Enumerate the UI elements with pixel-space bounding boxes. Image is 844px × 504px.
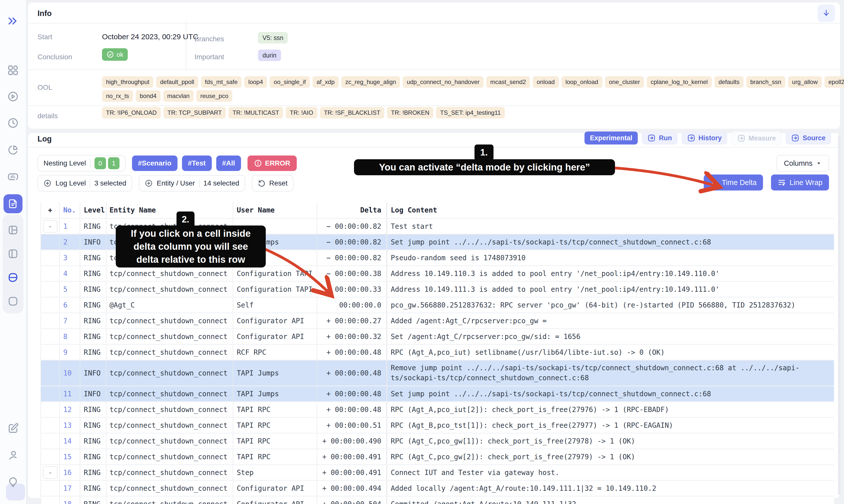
level-cell: RING: [80, 481, 106, 496]
table-row[interactable]: 5RINGtcp/connect_shutdown_connectConfigu…: [40, 282, 834, 298]
line-wrap-button[interactable]: Line Wrap: [771, 175, 829, 191]
delta-cell[interactable]: − 00:00:00.82: [317, 250, 387, 265]
collapse-row-button[interactable]: -: [43, 220, 57, 233]
user-icon[interactable]: [7, 450, 19, 461]
row-number-cell[interactable]: 7: [59, 313, 80, 328]
delta-cell[interactable]: + 00:00:00.48: [317, 360, 387, 385]
log-e-view-icon[interactable]: [7, 272, 19, 283]
dashboard-icon[interactable]: [7, 65, 19, 76]
scrollbar[interactable]: [838, 135, 841, 495]
level-cell: RING: [80, 298, 106, 312]
delta-cell[interactable]: − 00:00:00.82: [317, 219, 387, 234]
idea-bulb-icon[interactable]: [7, 475, 19, 487]
delta-cell[interactable]: − 00:00:00.38: [317, 266, 387, 281]
delta-cell[interactable]: + 00:00:00.48: [317, 402, 387, 417]
delta-cell[interactable]: + 00:00:00.48: [317, 386, 387, 401]
error-filter-button[interactable]: ERROR: [248, 156, 297, 171]
delta-cell[interactable]: + 00:00:00.32: [317, 329, 387, 344]
ool-tag: fds_mt_safe: [201, 76, 242, 88]
table-row[interactable]: 17RINGtcp/connect_shutdown_connectConfig…: [40, 481, 834, 497]
hash-chip-all[interactable]: #All: [216, 156, 241, 171]
table-row[interactable]: 15RINGtcp/connect_shutdown_connectTAPI R…: [40, 449, 834, 465]
run-play-icon[interactable]: [7, 91, 19, 102]
frame-view-icon[interactable]: [7, 295, 19, 307]
table-row[interactable]: -16RINGtcp/connect_shutdown_connectStep+…: [40, 465, 834, 481]
table-row[interactable]: 4RINGtcp/connect_shutdown_connectConfigu…: [40, 266, 834, 282]
entity-name-cell: tcp/connect_shutdown_connect: [106, 329, 233, 344]
table-row[interactable]: 11INFOtcp/connect_shutdown_connectTAPI J…: [40, 386, 834, 402]
view-button-run[interactable]: Run: [642, 131, 677, 144]
nesting-level-filter[interactable]: Nesting Level 01: [37, 155, 126, 172]
row-number-cell[interactable]: 9: [59, 345, 80, 360]
row-number-cell[interactable]: 12: [59, 402, 80, 417]
row-number-cell[interactable]: 1: [59, 219, 80, 234]
sidebar-item-log-active[interactable]: [3, 194, 22, 213]
hash-chip-scenario[interactable]: #Scenario: [132, 156, 178, 171]
table-row[interactable]: 14RINGtcp/connect_shutdown_connectTAPI R…: [40, 433, 834, 449]
entity-user-count: 14 selected: [203, 179, 239, 187]
row-number-cell[interactable]: 18: [59, 497, 80, 504]
history-clock-icon[interactable]: [7, 117, 19, 129]
time-delta-button[interactable]: Time Delta: [704, 175, 763, 191]
row-number-cell[interactable]: 16: [59, 465, 80, 480]
row-number-cell[interactable]: 4: [59, 266, 80, 281]
row-number-cell[interactable]: 17: [59, 481, 80, 496]
ool-tag: loop4: [244, 76, 267, 88]
delta-cell[interactable]: + 00:00:00.494: [317, 481, 387, 496]
delta-cell[interactable]: 00:00:00.0: [317, 298, 387, 312]
table-row[interactable]: 6RING@Agt_CSelf00:00:00.0pco_gw.566880.2…: [40, 298, 834, 313]
table-row[interactable]: 18RINGtcp/connect_shutdown_connectConfig…: [40, 497, 834, 504]
log-level-filter[interactable]: Log Level 3 selected: [37, 175, 132, 192]
delta-cell[interactable]: + 00:00:00.51: [317, 418, 387, 433]
user-name-cell: TAPI RPC: [233, 418, 317, 433]
row-number-cell[interactable]: 2: [59, 234, 80, 250]
table-row[interactable]: 9RINGtcp/connect_shutdown_connectRCF RPC…: [40, 345, 834, 360]
table-row[interactable]: 13RINGtcp/connect_shutdown_connectTAPI R…: [40, 418, 834, 433]
table-header-row: +No.LevelEntity NameUser NameDeltaLog Co…: [40, 202, 834, 219]
collapse-row-button[interactable]: -: [43, 466, 57, 479]
row-number-cell[interactable]: 14: [59, 433, 80, 449]
user-name-cell: Step: [233, 465, 317, 480]
delta-cell[interactable]: + 00:00:00.491: [317, 449, 387, 464]
row-number-cell[interactable]: 15: [59, 449, 80, 464]
delta-cell[interactable]: + 00:00:00.27: [317, 313, 387, 328]
pie-chart-icon[interactable]: [7, 144, 19, 156]
table-row[interactable]: 10INFOtcp/connect_shutdown_connectTAPI J…: [40, 360, 834, 386]
columns-dropdown[interactable]: Columns: [776, 155, 829, 172]
table-row[interactable]: 7RINGtcp/connect_shutdown_connectConfigu…: [40, 313, 834, 329]
table-column-icon[interactable]: [7, 248, 19, 259]
view-button-history[interactable]: History: [682, 131, 727, 144]
log-content-cell: Pseudo-random seed is 1748073910: [387, 250, 834, 265]
row-number-cell[interactable]: 13: [59, 418, 80, 433]
row-number-cell[interactable]: 10: [59, 360, 80, 385]
edit-icon[interactable]: [7, 422, 19, 434]
expand-cell: [40, 313, 59, 328]
hash-chip-test[interactable]: #Test: [182, 156, 212, 171]
delta-cell[interactable]: − 00:00:00.33: [317, 282, 387, 297]
delta-cell[interactable]: + 00:00:00.48: [317, 345, 387, 360]
delta-cell[interactable]: + 00:00:00.491: [317, 465, 387, 480]
entity-user-filter[interactable]: Entity / User 14 selected: [139, 175, 245, 192]
view-button-source[interactable]: Source: [786, 131, 831, 144]
download-button[interactable]: [818, 4, 835, 22]
table-left-icon[interactable]: [7, 224, 19, 236]
goto-icon: [647, 134, 656, 142]
row-number-cell[interactable]: 8: [59, 329, 80, 344]
row-number-cell[interactable]: 11: [59, 386, 80, 401]
view-button-experimental[interactable]: Experimental: [585, 131, 638, 144]
table-row[interactable]: 12RINGtcp/connect_shutdown_connectTAPI R…: [40, 402, 834, 418]
log-content-cell: RPC (Agt_A,pco_iut[2]): check_port_is_fr…: [387, 402, 834, 417]
delta-cell[interactable]: + 00:00:00.504: [317, 497, 387, 504]
entity-name-cell: tcp/connect_shutdown_connect: [106, 266, 233, 281]
nesting-level-badge[interactable]: 1: [108, 157, 120, 169]
row-number-cell[interactable]: 5: [59, 282, 80, 297]
table-row[interactable]: 8RINGtcp/connect_shutdown_connectConfigu…: [40, 329, 834, 345]
delta-cell[interactable]: + 00:00:00.490: [317, 433, 387, 449]
report-card-icon[interactable]: [7, 171, 19, 182]
collapse-chevrons-icon[interactable]: [7, 15, 19, 27]
delta-cell[interactable]: − 00:00:00.82: [317, 234, 387, 250]
row-number-cell[interactable]: 3: [59, 250, 80, 265]
row-number-cell[interactable]: 6: [59, 298, 80, 312]
nesting-level-badge[interactable]: 0: [94, 157, 106, 169]
reset-filters-button[interactable]: Reset: [252, 175, 293, 192]
